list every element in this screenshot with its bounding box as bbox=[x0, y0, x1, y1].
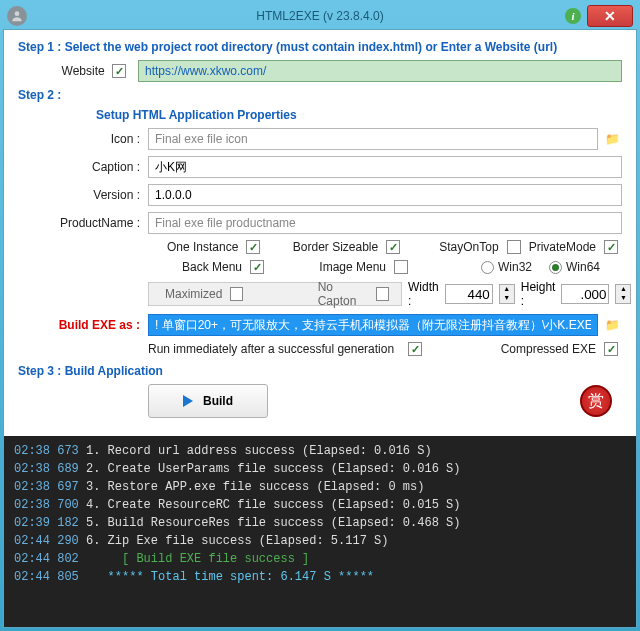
width-input[interactable] bbox=[445, 284, 493, 304]
maximized-label: Maximized bbox=[165, 287, 222, 301]
imagemenu-checkbox[interactable] bbox=[394, 260, 408, 274]
caption-label: Caption : bbox=[18, 160, 148, 174]
maximized-checkbox[interactable] bbox=[230, 287, 243, 301]
stayontop-label: StayOnTop bbox=[439, 240, 498, 254]
reward-button[interactable]: 赏 bbox=[580, 385, 612, 417]
user-icon[interactable] bbox=[7, 6, 27, 26]
width-label: Width : bbox=[408, 280, 439, 308]
productname-input[interactable] bbox=[148, 212, 622, 234]
win32-label: Win32 bbox=[498, 260, 532, 274]
border-sizeable-label: Border Sizeable bbox=[293, 240, 378, 254]
window-title: HTML2EXE (v 23.8.4.0) bbox=[256, 9, 383, 23]
console-line: 02:44 802 [ Build EXE file success ] bbox=[14, 550, 626, 568]
console-line: 02:44 805 ***** Total time spent: 6.147 … bbox=[14, 568, 626, 586]
height-spinner[interactable]: ▲▼ bbox=[615, 284, 631, 304]
app-window: HTML2EXE (v 23.8.4.0) i ✕ Step 1 : Selec… bbox=[0, 0, 640, 631]
console-line: 02:39 182 5. Build ResourceRes file succ… bbox=[14, 514, 626, 532]
titlebar: HTML2EXE (v 23.8.4.0) i ✕ bbox=[3, 3, 637, 29]
console-output: 02:38 673 1. Record url address success … bbox=[4, 436, 636, 627]
step1-header: Step 1 : Select the web project root dir… bbox=[18, 40, 622, 54]
privatemode-label: PrivateMode bbox=[529, 240, 596, 254]
play-icon bbox=[183, 395, 193, 407]
info-icon[interactable]: i bbox=[565, 8, 581, 24]
content-area: Step 1 : Select the web project root dir… bbox=[3, 29, 637, 628]
nocaption-label: No Capton bbox=[318, 280, 369, 308]
privatemode-checkbox[interactable] bbox=[604, 240, 618, 254]
runafter-label: Run immediately after a successful gener… bbox=[148, 342, 394, 356]
setup-label: Setup HTML Application Properties bbox=[18, 108, 622, 122]
height-label: Height : bbox=[521, 280, 556, 308]
border-sizeable-checkbox[interactable] bbox=[386, 240, 400, 254]
compressed-checkbox[interactable] bbox=[604, 342, 618, 356]
compressed-label: Compressed EXE bbox=[501, 342, 596, 356]
version-input[interactable] bbox=[148, 184, 622, 206]
website-label: Website bbox=[62, 64, 105, 78]
icon-label: Icon : bbox=[18, 132, 148, 146]
build-button-label: Build bbox=[203, 394, 233, 408]
width-spinner[interactable]: ▲▼ bbox=[499, 284, 515, 304]
build-as-input[interactable] bbox=[148, 314, 598, 336]
icon-browse-icon[interactable]: 📁 bbox=[602, 129, 622, 149]
runafter-checkbox[interactable] bbox=[408, 342, 422, 356]
win32-radio[interactable] bbox=[481, 261, 494, 274]
productname-label: ProductName : bbox=[18, 216, 148, 230]
website-checkbox[interactable] bbox=[112, 64, 126, 78]
backmenu-label: Back Menu bbox=[182, 260, 242, 274]
step2-header: Step 2 : bbox=[18, 88, 622, 102]
one-instance-label: One Instance bbox=[167, 240, 238, 254]
height-input[interactable] bbox=[561, 284, 609, 304]
console-line: 02:38 689 2. Create UserParams file succ… bbox=[14, 460, 626, 478]
console-line: 02:38 697 3. Restore APP.exe file succes… bbox=[14, 478, 626, 496]
build-as-browse-icon[interactable]: 📁 bbox=[602, 315, 622, 335]
imagemenu-label: Image Menu bbox=[319, 260, 386, 274]
console-line: 02:38 673 1. Record url address success … bbox=[14, 442, 626, 460]
console-line: 02:38 700 4. Create ResourceRC file succ… bbox=[14, 496, 626, 514]
backmenu-checkbox[interactable] bbox=[250, 260, 264, 274]
nocaption-checkbox[interactable] bbox=[376, 287, 389, 301]
stayontop-checkbox[interactable] bbox=[507, 240, 521, 254]
caption-input[interactable] bbox=[148, 156, 622, 178]
win64-label: Win64 bbox=[566, 260, 600, 274]
close-button[interactable]: ✕ bbox=[587, 5, 633, 27]
icon-input[interactable] bbox=[148, 128, 598, 150]
version-label: Version : bbox=[18, 188, 148, 202]
maximized-group: Maximized No Capton bbox=[148, 282, 402, 306]
svg-point-0 bbox=[15, 11, 20, 16]
build-button[interactable]: Build bbox=[148, 384, 268, 418]
win64-radio[interactable] bbox=[549, 261, 562, 274]
one-instance-checkbox[interactable] bbox=[246, 240, 260, 254]
console-line: 02:44 290 6. Zip Exe file success (Elaps… bbox=[14, 532, 626, 550]
step3-header: Step 3 : Build Application bbox=[18, 364, 622, 378]
website-input[interactable] bbox=[138, 60, 622, 82]
build-as-label: Build EXE as : bbox=[18, 318, 148, 332]
